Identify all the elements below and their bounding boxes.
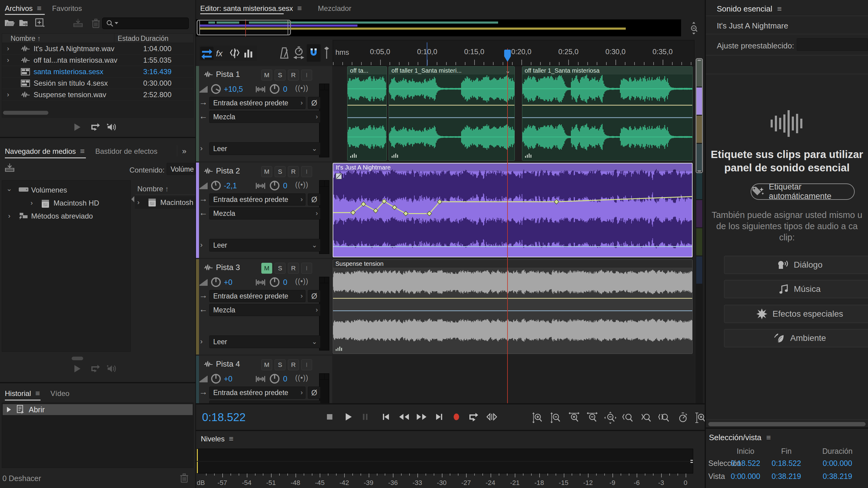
column-duracion[interactable]: Duración: [141, 34, 168, 43]
track-name[interactable]: Pista 4: [216, 360, 240, 369]
panel-menu-icon[interactable]: ≡: [35, 389, 40, 398]
record-button[interactable]: [451, 412, 462, 422]
tab-bastidor-efectos[interactable]: Bastidor de efectos: [95, 147, 157, 155]
pan-envelope-line[interactable]: [333, 246, 692, 247]
tab-historial[interactable]: Historial: [5, 389, 31, 398]
preview-play-button[interactable]: [72, 364, 82, 374]
automation-mode-selector[interactable]: Leer⌄: [209, 336, 320, 348]
save-media-icon[interactable]: [72, 18, 84, 28]
expand-chevron-icon[interactable]: ›: [7, 45, 9, 53]
preview-loop-button[interactable]: [90, 364, 100, 374]
mute-button[interactable]: M: [261, 360, 272, 370]
forward-button[interactable]: [415, 412, 428, 422]
pan-value[interactable]: 0: [283, 374, 287, 383]
overview-viewport[interactable]: [196, 20, 291, 35]
category-button-dialogue[interactable]: Diálogo: [724, 256, 868, 274]
auto-tag-button[interactable]: Etiquetar automáticamente: [751, 183, 855, 200]
input-monitor-button[interactable]: I: [301, 360, 312, 370]
skip-start-button[interactable]: [380, 412, 391, 422]
volume-envelope[interactable]: [333, 164, 692, 257]
essential-hscrollbar[interactable]: [708, 422, 866, 426]
pan-value[interactable]: 0: [283, 181, 287, 190]
record-arm-button[interactable]: R: [288, 360, 299, 370]
open-file-icon[interactable]: [4, 18, 15, 27]
new-item-icon[interactable]: [35, 18, 46, 28]
audio-clip[interactable]: off taller 1_Santa misteriosa: [522, 66, 692, 161]
pan-knob[interactable]: [269, 276, 281, 288]
volume-value[interactable]: +0: [224, 374, 232, 383]
automation-mode-selector[interactable]: Leer⌄: [209, 142, 320, 155]
timer-stretch-icon[interactable]: [293, 46, 305, 60]
history-item-abrir[interactable]: Abrir: [3, 404, 193, 415]
viewport-left-handle[interactable]: [197, 21, 200, 34]
zoom-in-vertical-button[interactable]: [530, 411, 545, 424]
zoom-out-horizontal-button[interactable]: [585, 411, 599, 424]
panel-menu-icon[interactable]: ≡: [80, 146, 84, 156]
track-output-selector[interactable]: Mezcla›: [209, 111, 320, 123]
phase-invert-button[interactable]: Ø: [308, 97, 320, 109]
play-button[interactable]: [343, 412, 353, 422]
column-nombre[interactable]: Nombre ↑: [10, 34, 41, 43]
contenido-dropdown[interactable]: Volúme: [167, 163, 195, 175]
track-name[interactable]: Pista 2: [216, 166, 240, 176]
solo-button[interactable]: S: [275, 166, 285, 177]
panel-menu-icon[interactable]: ≡: [229, 434, 233, 443]
file-list-header[interactable]: Nombre ↑ Estado Duración: [2, 33, 193, 43]
snap-magnet-button[interactable]: [307, 44, 320, 62]
scroll-handle-top[interactable]: [698, 60, 701, 61]
razor-tool-icon[interactable]: [228, 47, 241, 60]
volume-knob[interactable]: [210, 276, 222, 288]
skip-selection-button[interactable]: [486, 412, 498, 422]
category-button-music[interactable]: Música: [724, 280, 868, 298]
audio-clip[interactable]: off ta...: [347, 66, 387, 161]
skip-end-button[interactable]: [434, 412, 444, 422]
file-row[interactable]: santa misteriosa.sesx3:16.439: [2, 66, 193, 78]
track-input-selector[interactable]: Entrada estéreo predete›: [209, 386, 306, 399]
tree-item-métodos-abreviado[interactable]: ›Métodos abreviado: [2, 210, 130, 223]
input-monitor-button[interactable]: I: [301, 263, 312, 274]
panel-menu-icon[interactable]: ≡: [297, 4, 302, 13]
expand-chevron-icon[interactable]: ›: [7, 91, 9, 99]
record-arm-button[interactable]: R: [288, 263, 299, 274]
media-hscrollbar[interactable]: [72, 356, 83, 360]
audio-clip[interactable]: off taller 1_Santa misteri...⌄: [389, 66, 515, 161]
track-input-selector[interactable]: Entrada estéreo predete›: [209, 290, 306, 302]
volume-envelope-line[interactable]: [347, 105, 386, 106]
search-input[interactable]: [102, 18, 189, 29]
file-row[interactable]: ›Suspense tension.wav2:52.800: [2, 89, 193, 101]
volume-envelope-line[interactable]: [333, 298, 692, 299]
volume-value[interactable]: +10,5: [224, 85, 243, 93]
trash-icon[interactable]: [91, 18, 100, 28]
stop-button[interactable]: [324, 412, 335, 422]
splitter-arrow-icon[interactable]: [131, 196, 134, 202]
volume-value[interactable]: -2,1: [224, 181, 237, 190]
time-display[interactable]: 0:18.522: [202, 411, 246, 424]
solo-button[interactable]: S: [275, 263, 285, 274]
selection-value[interactable]: 0:38.219: [772, 472, 801, 481]
automation-expander-icon[interactable]: ›: [200, 337, 203, 346]
volume-knob[interactable]: [210, 179, 222, 192]
track-name[interactable]: Pista 3: [216, 263, 240, 272]
audio-clip[interactable]: It's Just A Nightmare: [333, 163, 692, 257]
track-lane[interactable]: It's Just A Nightmare: [333, 163, 694, 258]
media-list-header[interactable]: Nombre ↑: [135, 183, 195, 194]
pan-envelope-line[interactable]: [389, 117, 515, 118]
pause-button[interactable]: [360, 412, 371, 422]
automation-expander-icon[interactable]: ›: [200, 144, 203, 152]
selection-value[interactable]: 0:38.219: [823, 472, 852, 481]
panel-menu-icon[interactable]: ≡: [37, 4, 41, 13]
fx-tool-icon[interactable]: fx: [214, 47, 227, 60]
track-output-selector[interactable]: Mezcla›: [209, 304, 320, 316]
pan-envelope-line[interactable]: [333, 310, 692, 311]
solo-button[interactable]: S: [275, 360, 285, 370]
import-file-icon[interactable]: [19, 18, 30, 27]
volume-envelope-line[interactable]: [522, 105, 692, 106]
track-name[interactable]: Pista 1: [216, 69, 240, 79]
zoom-timer-button[interactable]: [676, 411, 690, 424]
file-row[interactable]: ›off tal...nta misteriosa.wav1:55.035: [2, 55, 193, 66]
zoom-playhead-button[interactable]: [694, 411, 705, 424]
automation-mode-selector[interactable]: Leer⌄: [209, 239, 320, 252]
selection-value[interactable]: 0:18.522: [731, 459, 760, 468]
pan-value[interactable]: 0: [283, 85, 287, 93]
input-monitor-button[interactable]: I: [301, 166, 312, 177]
